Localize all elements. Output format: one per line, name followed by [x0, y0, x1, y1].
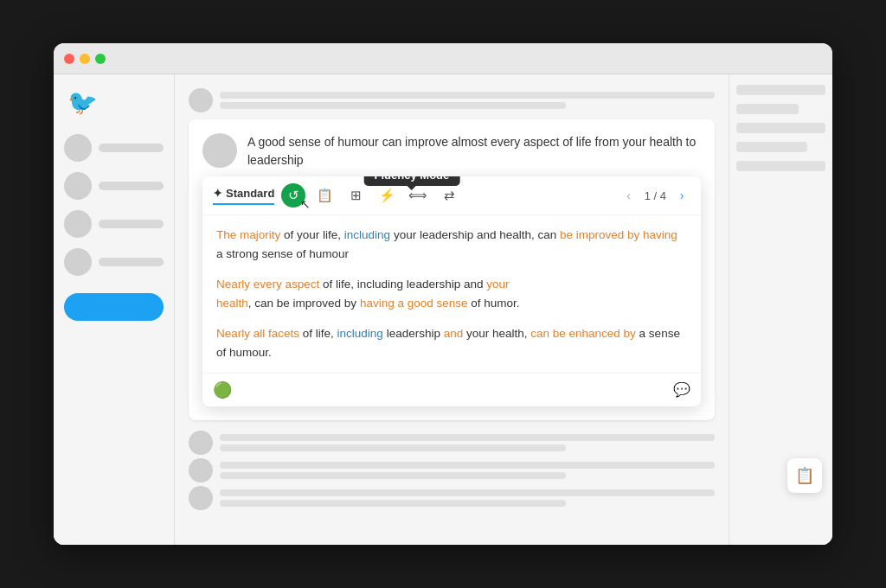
standard-mode-tab[interactable]: ✦ Standard	[213, 187, 274, 205]
suggestion-3-part-5: and	[444, 327, 464, 340]
minimize-dot[interactable]	[80, 54, 90, 64]
sidebar-avatar-3	[64, 210, 92, 238]
browser-content: 🐦	[54, 74, 832, 545]
toolbar-icon-5[interactable]: ⟺	[406, 183, 430, 208]
right-placeholder-4	[736, 142, 807, 152]
feed-lines-b1	[220, 434, 715, 451]
sidebar-item-2	[64, 172, 164, 200]
grammarly-float-icon: 📋	[795, 466, 814, 485]
suggestion-3-part-4: leadership	[383, 327, 444, 340]
sidebar-line-1	[99, 144, 164, 152]
feed-item-bottom-2	[189, 458, 715, 483]
right-placeholder-5	[736, 161, 825, 171]
tweet-button[interactable]	[64, 293, 164, 321]
toolbar-icon-4[interactable]: ⚡	[375, 183, 399, 208]
feed-line-b5	[220, 489, 715, 496]
sidebar-line-2	[99, 182, 164, 190]
suggestion-2-part-1: Nearly every aspect	[216, 278, 319, 291]
feed-lines-b2	[220, 462, 715, 479]
sidebar-avatar-2	[64, 172, 92, 200]
grammarly-float-button[interactable]: 📋	[787, 458, 822, 493]
suggestion-3-part-2: of life,	[299, 327, 337, 340]
cursor-icon: ↖	[300, 197, 311, 211]
sidebar-avatar-4	[64, 248, 92, 276]
maximize-dot[interactable]	[95, 54, 106, 64]
star-icon: ✦	[213, 187, 222, 200]
feed-item-bottom-3	[189, 486, 715, 510]
suggestion-1-part-4: your leadership and health, can	[390, 228, 560, 241]
suggestion-2-part-4: , can be improved by	[248, 297, 360, 310]
browser-chrome	[54, 43, 832, 74]
standard-label: Standard	[226, 187, 274, 200]
sidebar-item-4	[64, 248, 164, 276]
close-dot[interactable]	[64, 54, 74, 64]
fluency-mode-button[interactable]: ↺ ↖	[281, 183, 305, 208]
main-content: A good sense of humour can improve almos…	[175, 74, 729, 545]
suggestion-3-part-3: including	[337, 327, 383, 340]
panel-footer: 🟢 💬	[202, 373, 701, 406]
twitter-logo-icon: 🐦	[67, 88, 164, 117]
suggestion-item-2[interactable]: Nearly every aspect of life, including l…	[216, 275, 687, 312]
sidebar-item-1	[64, 134, 164, 162]
toolbar-icon-6[interactable]: ⇄	[437, 183, 461, 208]
tweet-avatar	[202, 133, 237, 168]
feed-line-t2	[220, 102, 566, 109]
feed-avatar-top-1	[189, 88, 213, 112]
grammarly-footer-logo[interactable]: 🟢	[213, 380, 232, 399]
tweet-header: A good sense of humour can improve almos…	[202, 133, 701, 169]
suggestion-2-part-2: of life, including leadership and	[319, 278, 486, 291]
suggestion-1-part-1: The majority	[216, 228, 280, 241]
panel-toolbar: ✦ Standard ↺ ↖ 📋 ⊞ ⚡ ⟺ ⇄	[202, 176, 701, 215]
suggestion-item-3[interactable]: Nearly all facets of life, including lea…	[216, 324, 687, 361]
feedback-icon[interactable]: 💬	[673, 381, 690, 398]
feed-line-b1	[220, 434, 715, 441]
browser-window: 🐦	[54, 43, 832, 545]
feed-item-top-1	[189, 88, 715, 112]
fluency-icon: ↺	[288, 188, 299, 203]
pagination: ‹ 1 / 4 ›	[620, 187, 690, 204]
toolbar-icon-2[interactable]: 📋	[312, 183, 337, 208]
feed-lines-top-1	[220, 92, 715, 109]
feed-line-b6	[220, 500, 566, 507]
feed-avatar-b3	[189, 486, 213, 510]
feed-line-b3	[220, 462, 715, 469]
page-indicator: 1 / 4	[645, 189, 666, 202]
feed-lines-b3	[220, 489, 715, 507]
feed-line-b2	[220, 444, 566, 451]
suggestion-item-1[interactable]: The majority of your life, including you…	[216, 226, 687, 263]
sidebar: 🐦	[54, 74, 175, 545]
suggestion-2-part-6: of humor.	[467, 297, 519, 310]
feed-line-b4	[220, 472, 566, 479]
tweet-card: A good sense of humour can improve almos…	[189, 119, 715, 420]
next-page-button[interactable]: ›	[673, 187, 690, 204]
sidebar-item-3	[64, 210, 164, 238]
suggestion-1-part-5: be improved by having	[560, 228, 677, 241]
suggestion-1-part-2: of your life,	[280, 228, 344, 241]
sidebar-avatar-1	[64, 134, 92, 162]
suggestion-3-part-1: Nearly all facets	[216, 327, 299, 340]
feed-line-t1	[220, 92, 715, 99]
right-placeholder-2	[736, 104, 799, 114]
right-column: 📋	[729, 74, 832, 545]
panel-suggestions: The majority of your life, including you…	[202, 215, 701, 373]
suggestion-3-part-7: can be enhanced by	[530, 327, 636, 340]
tweet-text: A good sense of humour can improve almos…	[247, 133, 701, 169]
sidebar-line-3	[99, 220, 164, 228]
suggestion-2-part-5: having a good sense	[360, 297, 468, 310]
grammarly-panel: Fluency Mode ✦ Standard ↺ ↖ 📋 ⊞	[202, 176, 701, 406]
suggestion-3-part-6: your health,	[463, 327, 530, 340]
right-placeholder-1	[736, 85, 825, 95]
feed-avatar-b2	[189, 458, 213, 483]
feed-item-bottom-1	[189, 431, 715, 455]
toolbar-icon-3[interactable]: ⊞	[343, 183, 368, 208]
feed-avatar-b1	[189, 431, 213, 455]
suggestion-1-part-3: including	[344, 228, 390, 241]
suggestion-1-part-6: a strong sense of humour	[216, 247, 349, 260]
sidebar-line-4	[99, 258, 164, 266]
prev-page-button[interactable]: ‹	[620, 187, 638, 204]
right-placeholder-3	[736, 123, 825, 133]
